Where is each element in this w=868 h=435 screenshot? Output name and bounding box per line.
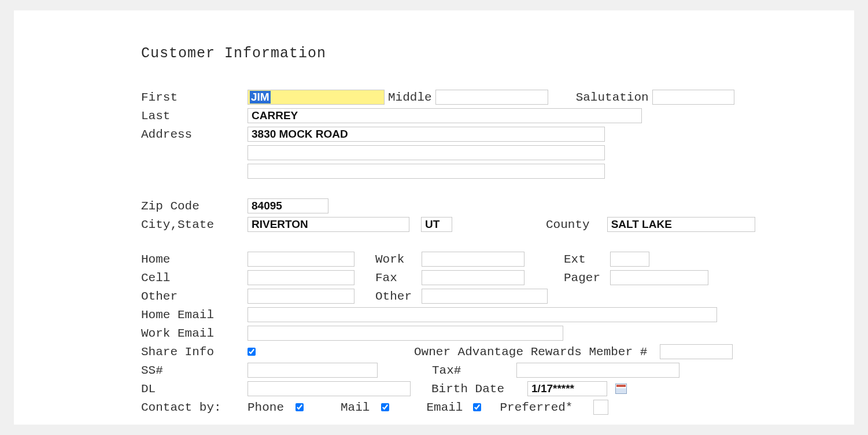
zip-input[interactable] <box>248 198 328 213</box>
middle-label: Middle <box>388 91 432 104</box>
fax-label: Fax <box>375 271 418 285</box>
contact-email-label: Email <box>426 401 463 414</box>
home-label: Home <box>141 253 244 266</box>
zip-label: Zip Code <box>141 200 244 213</box>
contactby-label: Contact by: <box>141 401 244 414</box>
other2-label: Other <box>375 290 418 303</box>
oarm-input[interactable] <box>660 344 733 359</box>
calendar-icon[interactable] <box>615 384 627 394</box>
pager-label: Pager <box>564 271 607 285</box>
other-label: Other <box>141 290 244 303</box>
dl-input[interactable] <box>248 381 411 396</box>
first-input[interactable] <box>248 90 385 105</box>
ext-label: Ext <box>564 253 607 266</box>
cell-input[interactable] <box>248 270 354 285</box>
ssn-input[interactable] <box>248 363 378 378</box>
contact-phone-label: Phone <box>248 401 284 414</box>
preferred-input[interactable] <box>593 400 608 415</box>
contact-phone-checkbox[interactable] <box>296 403 304 411</box>
citystate-label: City,State <box>141 218 244 231</box>
address3-input[interactable] <box>248 164 605 179</box>
pager-input[interactable] <box>610 270 708 285</box>
home-input[interactable] <box>248 252 354 267</box>
workemail-label: Work Email <box>141 327 244 340</box>
taxn-label: Tax# <box>432 364 461 377</box>
address2-input[interactable] <box>248 145 605 160</box>
county-input[interactable] <box>607 217 755 232</box>
homeemail-input[interactable] <box>248 307 717 322</box>
city-input[interactable] <box>248 217 409 232</box>
other-input[interactable] <box>248 289 354 304</box>
fax-input[interactable] <box>422 270 525 285</box>
dl-label: DL <box>141 382 244 396</box>
middle-input[interactable] <box>435 90 548 105</box>
page-title: Customer Information <box>141 45 831 62</box>
homeemail-label: Home Email <box>141 308 244 322</box>
salutation-label: Salutation <box>576 91 649 104</box>
last-label: Last <box>141 109 244 123</box>
shareinfo-label: Share Info <box>141 345 244 359</box>
work-label: Work <box>375 253 418 266</box>
contact-mail-label: Mail <box>341 401 370 414</box>
contact-mail-checkbox[interactable] <box>381 403 389 411</box>
birthdate-label: Birth Date <box>431 382 504 396</box>
other2-input[interactable] <box>422 289 548 304</box>
ext-input[interactable] <box>610 252 649 267</box>
taxn-input[interactable] <box>516 363 679 378</box>
state-input[interactable] <box>421 217 452 232</box>
work-input[interactable] <box>422 252 525 267</box>
address-label: Address <box>141 128 244 141</box>
salutation-input[interactable] <box>652 90 734 105</box>
workemail-input[interactable] <box>248 326 563 341</box>
shareinfo-checkbox[interactable] <box>248 348 256 356</box>
address1-input[interactable] <box>248 127 605 142</box>
first-label: First <box>141 91 244 104</box>
ssn-label: SS# <box>141 364 244 377</box>
last-input[interactable] <box>248 108 642 123</box>
cell-label: Cell <box>141 271 244 285</box>
county-label: County <box>546 218 590 231</box>
oarm-label: Owner Advantage Rewards Member # <box>414 345 647 359</box>
preferred-label[interactable]: Preferred* <box>500 401 572 414</box>
birthdate-input[interactable] <box>527 381 607 396</box>
contact-email-checkbox[interactable] <box>473 403 481 411</box>
